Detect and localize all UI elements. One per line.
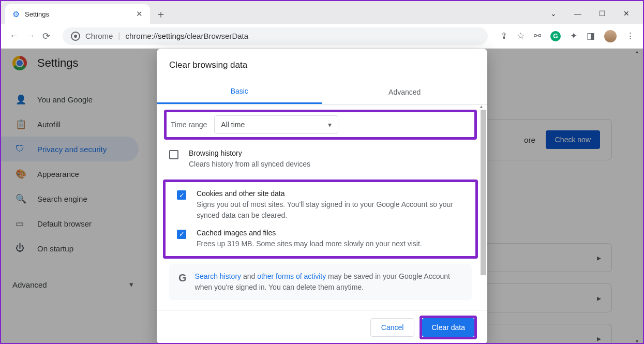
search-history-link[interactable]: Search history <box>195 272 241 280</box>
close-window-icon[interactable]: ✕ <box>623 9 630 18</box>
omnibox-url: chrome://settings/clearBrowserData <box>126 32 249 40</box>
gear-icon: ⚙ <box>12 9 20 19</box>
info-box: G Search history and other forms of acti… <box>169 264 472 300</box>
window-titlebar: ⚙ Settings ✕ ＋ ⌄ ― ☐ ✕ <box>1 1 643 24</box>
dialog-tabs: Basic Advanced <box>157 80 487 104</box>
toolbar-actions: ⇪ ☆ ⚯ G ✦ ◨ ⋮ <box>500 30 635 42</box>
page-viewport: Settings 👤You and Google 📋Autofill 🛡Priv… <box>1 49 643 344</box>
time-range-row: Time range All time ▾ <box>164 110 477 140</box>
maximize-icon[interactable]: ☐ <box>599 9 606 18</box>
forward-button[interactable]: → <box>26 31 35 41</box>
clear-browsing-data-dialog: Clear browsing data Basic Advanced Time … <box>157 49 487 344</box>
checkbox-row-browsing-history[interactable]: Browsing history Clears history from all… <box>157 143 484 175</box>
clear-data-highlight: Clear data <box>420 316 477 339</box>
profile-avatar[interactable] <box>604 30 617 42</box>
tab-advanced[interactable]: Advanced <box>322 80 488 104</box>
checkbox-unchecked[interactable] <box>169 150 178 159</box>
clear-data-button[interactable]: Clear data <box>422 318 474 337</box>
window-controls: ⌄ ― ☐ ✕ <box>550 9 643 24</box>
extensions-puzzle-icon[interactable]: ✦ <box>570 31 577 41</box>
checkbox-checked[interactable]: ✓ <box>177 230 186 239</box>
highlighted-checkbox-group: ✓ Cookies and other site data Signs you … <box>163 180 478 259</box>
tab-basic[interactable]: Basic <box>157 80 322 104</box>
extension-linkring-icon[interactable]: ⚯ <box>534 31 541 41</box>
dropdown-icon: ▾ <box>328 121 332 129</box>
other-activity-link[interactable]: other forms of activity <box>257 272 326 280</box>
new-tab-button[interactable]: ＋ <box>152 5 170 23</box>
info-text: Search history and other forms of activi… <box>195 271 462 293</box>
checkbox-title: Browsing history <box>189 149 310 157</box>
minimize-icon[interactable]: ― <box>574 9 581 18</box>
kebab-menu-icon[interactable]: ⋮ <box>626 31 635 41</box>
checkbox-title: Cached images and files <box>197 229 422 237</box>
checkbox-desc: Clears history from all synced devices <box>189 159 310 169</box>
checkbox-desc: Signs you out of most sites. You'll stay… <box>197 199 464 220</box>
share-icon[interactable]: ⇪ <box>500 31 507 41</box>
time-range-label: Time range <box>171 121 207 129</box>
checkbox-row-cookies[interactable]: ✓ Cookies and other site data Signs you … <box>171 185 470 225</box>
browser-toolbar: ← → ⟳ Chrome | chrome://settings/clearBr… <box>1 24 643 49</box>
address-bar[interactable]: Chrome | chrome://settings/clearBrowserD… <box>63 27 488 45</box>
checkbox-title: Cookies and other site data <box>197 189 464 198</box>
bookmark-icon[interactable]: ☆ <box>517 31 525 41</box>
grammarly-icon[interactable]: G <box>550 31 561 41</box>
browser-tab[interactable]: ⚙ Settings ✕ <box>5 4 150 24</box>
scrollbar-thumb[interactable] <box>481 110 486 275</box>
time-range-value: All time <box>221 121 245 129</box>
reload-button[interactable]: ⟳ <box>42 31 50 42</box>
omnibox-product: Chrome <box>85 32 113 40</box>
checkbox-row-cached[interactable]: ✓ Cached images and files Frees up 319 M… <box>171 225 470 253</box>
chrome-icon <box>71 32 80 41</box>
back-button[interactable]: ← <box>9 31 19 41</box>
dialog-footer: Cancel Clear data <box>157 310 487 344</box>
close-tab-icon[interactable]: ✕ <box>136 9 143 19</box>
cancel-button[interactable]: Cancel <box>370 318 415 337</box>
dialog-title: Clear browsing data <box>157 49 487 80</box>
checkbox-desc: Frees up 319 MB. Some sites may load mor… <box>197 238 422 249</box>
checkbox-checked[interactable]: ✓ <box>177 190 186 200</box>
tab-title: Settings <box>25 10 131 18</box>
dialog-body: Time range All time ▾ Browsing history C… <box>157 104 487 310</box>
omnibox-divider: | <box>118 32 120 41</box>
time-range-select[interactable]: All time ▾ <box>214 115 338 134</box>
dialog-scrollbar[interactable] <box>479 104 487 240</box>
chevron-down-icon[interactable]: ⌄ <box>550 9 557 18</box>
sidepanel-icon[interactable]: ◨ <box>587 31 595 41</box>
google-g-icon: G <box>178 272 187 284</box>
